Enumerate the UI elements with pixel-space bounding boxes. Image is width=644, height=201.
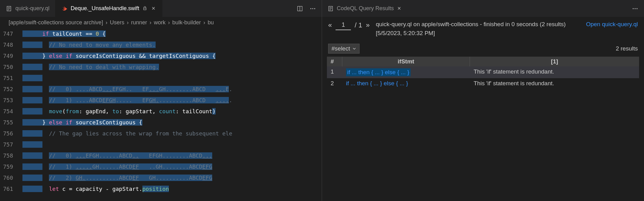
file-icon — [6, 5, 12, 12]
cell-num: 2 — [327, 78, 342, 89]
results-header: « / 1 » quick-query.ql on apple/swift-co… — [322, 17, 644, 41]
breadcrumb-part: work — [154, 19, 165, 26]
line-number: 761 — [3, 183, 13, 195]
tab-label: quick-query.ql — [15, 5, 50, 12]
svg-point-19 — [634, 8, 635, 9]
line-number: 750 — [3, 62, 13, 73]
chevron-right-icon: › — [168, 19, 170, 26]
page-input[interactable] — [336, 20, 351, 30]
line-number: 759 — [3, 161, 13, 172]
chevron-right-icon: › — [127, 19, 129, 26]
result-link[interactable]: if ... then { ... } else { ... } — [346, 80, 408, 86]
code-line: // No need to deal with wrapping. — [22, 62, 322, 73]
line-gutter: 747 748 749 750 751 752 753 754 755 756 … — [0, 28, 22, 201]
editor-tabs: quick-query.ql Deque._UnsafeHandle.swift — [0, 0, 322, 17]
tab-actions — [296, 0, 322, 17]
code-line: // 0) ....ABCD...EFGH.. EF...GH........A… — [22, 84, 322, 95]
next-page-button[interactable]: » — [366, 21, 370, 29]
dropdown-value: #select — [332, 45, 350, 52]
svg-point-9 — [310, 8, 311, 9]
breadcrumb-part: Users — [110, 19, 124, 26]
svg-point-11 — [314, 8, 315, 9]
cell-msg: This 'if' statement is redundant. — [470, 78, 639, 89]
tab-deque-swift[interactable]: Deque._UnsafeHandle.swift — [55, 0, 162, 17]
code-line — [22, 73, 322, 84]
pager: « / 1 » — [328, 20, 370, 30]
more-icon[interactable] — [309, 5, 316, 12]
line-number: 752 — [3, 84, 13, 95]
results-table: # ifStmt [1] 1 if ... then { ... } else … — [327, 57, 639, 89]
code-line: // 0) ...EFGH......ABCD.. EFGH........AB… — [22, 150, 322, 161]
code-line: // No need to move any elements. — [22, 39, 322, 50]
result-link[interactable]: if ... then { ... } else { ... } — [346, 68, 411, 76]
col-header-num[interactable]: # — [327, 57, 342, 66]
lock-icon — [142, 6, 148, 11]
table-row[interactable]: 1 if ... then { ... } else { ... } This … — [327, 66, 639, 78]
line-number: 753 — [3, 95, 13, 106]
line-number: 748 — [3, 39, 13, 50]
svg-point-10 — [312, 8, 313, 9]
result-set-dropdown[interactable]: #select — [328, 44, 360, 54]
code-line: // 1) .....GH......ABCDEF ..GH........AB… — [22, 161, 322, 172]
tab-label: Deque._UnsafeHandle.swift — [71, 5, 139, 12]
query-info: quick-query.ql on apple/swift-collection… — [376, 20, 580, 38]
close-icon[interactable] — [151, 6, 157, 11]
chevron-right-icon: › — [149, 19, 151, 26]
tab-quick-query[interactable]: quick-query.ql — [0, 0, 55, 17]
results-pane: CodeQL Query Results « / 1 » quick-query… — [322, 0, 644, 201]
line-number: 749 — [3, 50, 13, 62]
breadcrumb-part: bu — [208, 19, 214, 26]
table-header: # ifStmt [1] — [327, 57, 639, 66]
editor-pane: quick-query.ql Deque._UnsafeHandle.swift… — [0, 0, 322, 201]
file-icon — [328, 6, 334, 12]
code-editor[interactable]: 747 748 749 750 751 752 753 754 755 756 … — [0, 28, 322, 201]
results-tabs: CodeQL Query Results — [322, 0, 644, 17]
tab-query-results[interactable]: CodeQL Query Results — [322, 0, 408, 17]
cell-stmt: if ... then { ... } else { ... } — [342, 78, 470, 89]
line-number: 757 — [3, 139, 13, 150]
split-editor-icon[interactable] — [296, 5, 303, 12]
svg-point-18 — [633, 8, 634, 9]
col-header-stmt[interactable]: ifStmt — [342, 57, 470, 66]
code-line: move(from: gapEnd, to: gapStart, count: … — [22, 106, 322, 117]
select-row: #select 2 results — [322, 41, 644, 57]
results-tab-actions — [632, 0, 644, 17]
open-query-link[interactable]: Open quick-query.ql — [586, 20, 638, 29]
table-row[interactable]: 2 if ... then { ... } else { ... } This … — [327, 78, 639, 89]
results-count: 2 results — [616, 45, 638, 52]
breadcrumb[interactable]: [apple/swift-collections source archive]… — [0, 17, 322, 28]
code-line: } else if sourceIsContiguous { — [22, 117, 322, 128]
more-icon[interactable] — [632, 5, 638, 12]
cell-msg: This 'if' statement is redundant. — [470, 66, 639, 78]
line-number: 760 — [3, 172, 13, 183]
breadcrumb-part: runner — [131, 19, 147, 26]
code-content[interactable]: if tailCount == 0 { // No need to move a… — [22, 28, 322, 201]
code-line: // 2) GH...........ABCDEF GH..........AB… — [22, 172, 322, 183]
line-number: 754 — [3, 106, 13, 117]
chevron-right-icon: › — [203, 19, 205, 26]
col-header-msg[interactable]: [1] — [470, 57, 639, 66]
chevron-right-icon: › — [105, 19, 107, 26]
cell-stmt: if ... then { ... } else { ... } — [342, 66, 470, 78]
line-number: 751 — [3, 73, 13, 84]
prev-page-button[interactable]: « — [328, 21, 332, 29]
cell-num: 1 — [327, 66, 342, 78]
line-number: 755 — [3, 117, 13, 128]
line-number: 756 — [3, 128, 13, 139]
chevron-down-icon — [352, 47, 356, 50]
breadcrumb-part: bulk-builder — [172, 19, 201, 26]
breadcrumb-root: [apple/swift-collections source archive] — [9, 19, 103, 26]
tab-label: CodeQL Query Results — [337, 5, 394, 12]
line-number: 747 — [3, 28, 13, 39]
code-line: if tailCount == 0 { — [22, 28, 322, 39]
code-line: // The gap lies across the wrap from the… — [22, 128, 322, 139]
code-line — [22, 139, 322, 150]
close-icon[interactable] — [397, 6, 402, 11]
svg-point-20 — [637, 8, 638, 9]
swift-icon — [61, 5, 68, 12]
code-line: } else if sourceIsContiguous && targetIs… — [22, 50, 322, 62]
code-line: let c = capacity - gapStart.position — [22, 183, 322, 195]
svg-rect-4 — [144, 8, 146, 10]
page-total: / 1 — [355, 21, 362, 29]
line-number: 758 — [3, 150, 13, 161]
